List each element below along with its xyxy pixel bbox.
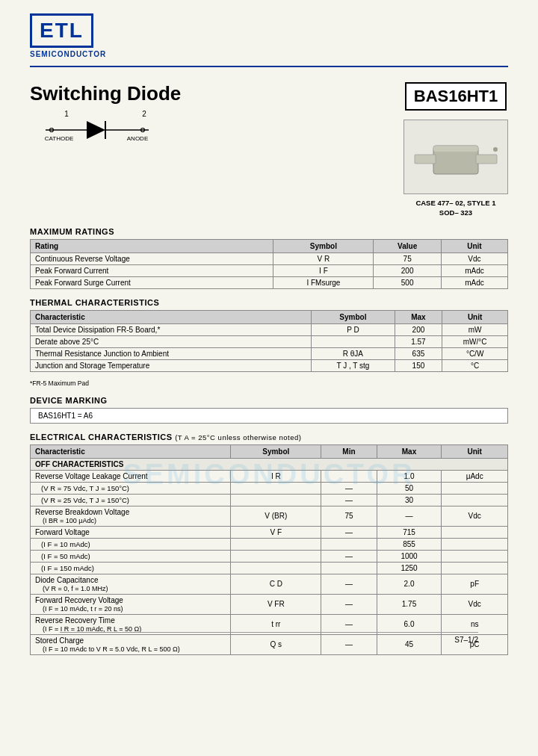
electrical-subtitle: (T A = 25°C unless otherwise noted) [175, 433, 301, 441]
table-row: (I F = 10 mAdc) 855 [31, 538, 508, 550]
max-ratings-header: MAXIMUM RATINGS [30, 227, 508, 236]
thermal-table: Characteristic Symbol Max Unit Total Dev… [30, 310, 508, 372]
thermal-col-symbol: Symbol [312, 310, 395, 323]
logo-box: ETL [30, 13, 93, 48]
logo-text: ETL [40, 19, 84, 43]
table-row: Forward Voltage V F — 715 [31, 526, 508, 538]
device-marking-header: DEVICE MARKING [30, 396, 508, 405]
diode-symbol: 1 2 [30, 109, 181, 143]
table-row: Reverse Voltage Leakage Current I R 1.0 … [31, 470, 508, 482]
main-title: Switching Diode [30, 82, 181, 105]
svg-rect-12 [476, 155, 497, 164]
table-row: Derate above 25°C1.57mW/°C [31, 335, 508, 347]
thermal-col-unit: Unit [442, 310, 508, 323]
thermal-col-max: Max [395, 310, 442, 323]
svg-text:ANODE: ANODE [127, 135, 148, 142]
thermal-header: THERMAL CHARACTERISTICS [30, 298, 508, 307]
col-value: Value [374, 239, 441, 252]
svg-text:1: 1 [64, 110, 69, 118]
elec-col-unit: Unit [442, 444, 508, 458]
table-row: Continuous Reverse VoltageV R75Vdc [31, 252, 508, 264]
table-row: Peak Forward CurrentI F200mAdc [31, 264, 508, 276]
elec-col-char: Characteristic [31, 444, 231, 458]
top-right: BAS16HT1 [404, 82, 508, 218]
semiconductor-label: SEMICONDUCTOR [30, 50, 106, 58]
page-number: S7–1/2 [454, 636, 478, 644]
thermal-footnote: *FR-5 Maximum Pad [30, 379, 508, 387]
svg-marker-4 [87, 121, 105, 139]
table-row: Total Device Dissipation FR-5 Board,*P D… [31, 323, 508, 335]
package-image [404, 120, 508, 194]
logo-section: ETL SEMICONDUCTOR [30, 13, 106, 58]
header: ETL SEMICONDUCTOR [30, 13, 508, 58]
max-ratings-table: Rating Symbol Value Unit Continuous Reve… [30, 239, 508, 289]
table-row: Junction and Storage TemperatureT J , T … [31, 359, 508, 371]
table-row: Diode Capacitance(V R = 0, f = 1.0 MHz) … [31, 574, 508, 594]
svg-point-14 [493, 147, 498, 152]
table-row: Thermal Resistance Junction to AmbientR … [31, 347, 508, 359]
title-section: Switching Diode 1 2 [30, 82, 508, 218]
col-unit: Unit [441, 239, 507, 252]
elec-col-max: Max [377, 444, 442, 458]
svg-text:CATHODE: CATHODE [45, 135, 74, 142]
title-left: Switching Diode 1 2 [30, 82, 181, 154]
svg-text:2: 2 [142, 110, 146, 118]
col-rating: Rating [31, 239, 273, 252]
table-row: Reverse Breakdown Voltage(I BR = 100 μAd… [31, 506, 508, 526]
svg-rect-11 [415, 155, 436, 164]
part-number: BAS16HT1 [405, 82, 507, 111]
off-characteristics-row: OFF CHARACTERISTICS [31, 458, 508, 470]
package-label: CASE 477– 02, STYLE 1 SOD– 323 [415, 198, 495, 218]
table-row: Forward Recovery Voltage(I F = 10 mAdc, … [31, 594, 508, 614]
elec-col-symbol: Symbol [231, 444, 321, 458]
diode-svg: 1 2 [38, 109, 173, 143]
electrical-header: ELECTRICAL CHARACTERISTICS (T A = 25°C u… [30, 433, 508, 441]
header-divider [30, 66, 508, 67]
electrical-table: Characteristic Symbol Min Max Unit OFF C… [30, 444, 508, 655]
table-row: Peak Forward Surge CurrentI FMsurge500mA… [31, 276, 508, 288]
table-row: (V R = 75 Vdc, T J = 150°C) — 50 [31, 482, 508, 494]
table-row: Stored Charge(I F = 10 mAdc to V R = 5.0… [31, 634, 508, 654]
bottom-line [60, 632, 478, 633]
table-row: (I F = 50 mAdc) — 1000 [31, 550, 508, 562]
thermal-col-char: Characteristic [31, 310, 312, 323]
table-row: (V R = 25 Vdc, T J = 150°C) — 30 [31, 494, 508, 506]
package-svg [407, 123, 504, 190]
device-marking-box: BAS16HT1 = A6 [30, 408, 508, 424]
table-row: (I F = 150 mAdc) 1250 [31, 562, 508, 574]
svg-rect-13 [433, 146, 478, 152]
elec-col-min: Min [321, 444, 377, 458]
col-symbol: Symbol [273, 239, 374, 252]
